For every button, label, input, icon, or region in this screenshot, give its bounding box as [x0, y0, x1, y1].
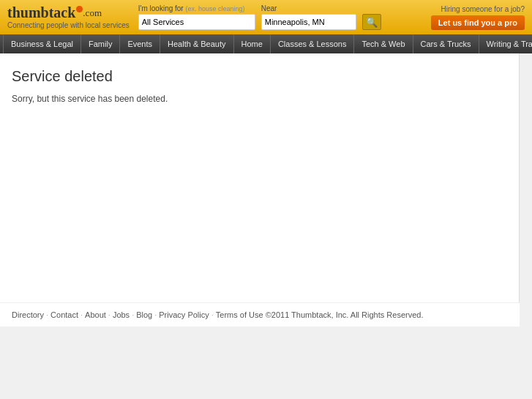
near-label: Near: [261, 4, 356, 12]
nav-item[interactable]: Classes & Lessons: [271, 34, 355, 53]
logo-area: thumbtack.com Connecting people with loc…: [7, 5, 130, 29]
logo-wrapper: thumbtack.com: [7, 5, 130, 20]
footer-separator: ·: [108, 310, 110, 319]
footer-link[interactable]: Directory: [12, 310, 44, 319]
header: thumbtack.com Connecting people with loc…: [0, 0, 532, 34]
logo-text: thumbtack: [7, 5, 75, 20]
near-input[interactable]: [261, 14, 356, 30]
footer-separator: ·: [80, 310, 83, 319]
footer-link[interactable]: Blog: [136, 310, 152, 319]
footer-separator: ·: [154, 310, 157, 319]
nav-item[interactable]: Writing & Translation: [479, 34, 532, 53]
hire-label: Hiring someone for a job?: [441, 5, 525, 13]
footer-links: Directory·Contact·About·Jobs·Blog·Privac…: [12, 310, 263, 319]
nav-item[interactable]: Events: [120, 34, 160, 53]
search-icon: 🔍: [366, 17, 378, 28]
logo-dot: [76, 6, 83, 12]
footer-link[interactable]: Terms of Use: [216, 310, 263, 319]
footer-separator: ·: [211, 310, 214, 319]
near-group: Near: [261, 4, 356, 30]
search-button[interactable]: 🔍: [362, 14, 381, 30]
nav-item[interactable]: Family: [81, 34, 120, 53]
navbar: Business & LegalFamilyEventsHealth & Bea…: [0, 34, 532, 53]
footer-link[interactable]: Privacy Policy: [159, 310, 209, 319]
footer-link[interactable]: About: [85, 310, 106, 319]
hire-area: Hiring someone for a job? Let us find yo…: [431, 5, 525, 30]
footer: Directory·Contact·About·Jobs·Blog·Privac…: [0, 302, 520, 327]
nav-item[interactable]: Tech & Web: [354, 34, 413, 53]
page-title: Service deleted: [12, 68, 507, 85]
footer-separator: ·: [46, 310, 48, 319]
search-input[interactable]: [138, 14, 255, 30]
looking-for-label: I'm looking for (ex. house cleaning): [138, 4, 255, 12]
footer-separator: ·: [132, 310, 134, 319]
logo-com: .com: [83, 8, 102, 18]
search-area: I'm looking for (ex. house cleaning) Nea…: [138, 4, 422, 30]
deleted-message: Sorry, but this service has been deleted…: [12, 94, 507, 104]
hire-button[interactable]: Let us find you a pro: [431, 15, 525, 30]
tagline: Connecting people with local services: [7, 21, 130, 29]
main-content: Service deleted Sorry, but this service …: [0, 53, 520, 302]
footer-link[interactable]: Jobs: [113, 310, 130, 319]
footer-copyright: ©2011 Thumbtack, Inc. All Rights Reserve…: [266, 310, 424, 319]
nav-item[interactable]: Health & Beauty: [160, 34, 234, 53]
nav-item[interactable]: Business & Legal: [3, 34, 81, 53]
nav-item[interactable]: Cars & Trucks: [413, 34, 479, 53]
looking-for-group: I'm looking for (ex. house cleaning): [138, 4, 255, 30]
nav-item[interactable]: Home: [234, 34, 271, 53]
footer-link[interactable]: Contact: [50, 310, 78, 319]
